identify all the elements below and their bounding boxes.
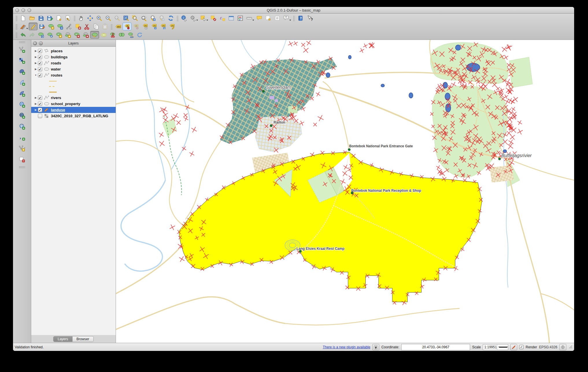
help-button[interactable]: ?: [296, 14, 305, 22]
layer-visibility-checkbox[interactable]: ✓: [38, 73, 42, 77]
add-wfs-layer-button[interactable]: [17, 122, 27, 131]
pin-labels-button[interactable]: ab: [123, 23, 132, 30]
node-tool-button[interactable]: [64, 23, 73, 30]
redo-button[interactable]: [27, 31, 36, 39]
new-shapefile-layer-button[interactable]: [17, 144, 27, 153]
undo-button[interactable]: [19, 31, 27, 39]
save-project-button[interactable]: [36, 14, 45, 22]
current-edits-button[interactable]: [19, 23, 27, 30]
deselect-all-button[interactable]: [209, 14, 218, 22]
toolbar-grip[interactable]: [15, 32, 17, 38]
layer-visibility-checkbox[interactable]: ✓: [38, 67, 42, 71]
layer-item-routes[interactable]: ▼✓routes: [31, 72, 116, 78]
coordinate-input[interactable]: [401, 344, 470, 350]
add-delimited-text-layer-button[interactable]: ,: [17, 133, 27, 142]
rotate-point-symbols-button[interactable]: [135, 31, 144, 39]
layer-item-buildings[interactable]: ▶✓buildings: [31, 54, 116, 60]
map-canvas[interactable]: SwellendamRailtonBontebok National Park …: [116, 40, 574, 343]
toolbar-grip[interactable]: [15, 15, 17, 21]
save-project-as-button[interactable]: [45, 14, 54, 22]
copy-features-button[interactable]: [91, 23, 100, 30]
new-project-button[interactable]: [19, 14, 27, 22]
select-by-expression-button[interactable]: ε: [218, 14, 227, 22]
expander-icon[interactable]: ▼: [34, 74, 38, 77]
crs-status-button[interactable]: [559, 344, 566, 350]
unpin-labels-button[interactable]: ab: [132, 23, 140, 30]
zoom-next-button[interactable]: [157, 14, 166, 22]
add-spatialite-layer-button[interactable]: [17, 78, 27, 87]
show-hide-labels-button[interactable]: abc: [140, 23, 149, 30]
add-raster-layer-button[interactable]: [17, 56, 27, 65]
layer-visibility-checkbox[interactable]: ✓: [38, 102, 42, 106]
layer-visibility-checkbox[interactable]: ✓: [38, 108, 42, 112]
run-feature-action-dropdown[interactable]: [196, 20, 198, 21]
measure-button[interactable]: [245, 14, 254, 22]
layer-visibility-checkbox[interactable]: ✓: [38, 96, 42, 100]
labeling-button[interactable]: abc: [114, 23, 123, 30]
toolbar-grip[interactable]: [293, 15, 295, 21]
layer-visibility-checkbox[interactable]: [38, 114, 42, 118]
expander-icon[interactable]: ▶: [34, 62, 38, 64]
paste-features-button[interactable]: [100, 23, 109, 30]
toolbar-grip[interactable]: [19, 41, 25, 43]
layer-item-roads[interactable]: ▶✓roads: [31, 60, 116, 66]
plugin-available-link[interactable]: There is a new plugin available: [323, 345, 370, 349]
tab-browser[interactable]: Browser: [73, 336, 94, 342]
move-feature-button[interactable]: [56, 23, 64, 30]
run-feature-action-button[interactable]: [188, 14, 197, 22]
current-edits-dropdown[interactable]: [26, 28, 28, 29]
toolbar-grip[interactable]: [110, 24, 112, 29]
reshape-features-button[interactable]: [90, 31, 99, 39]
plugin-button[interactable]: [372, 344, 379, 350]
layer-item-rivers[interactable]: ▶✓rivers: [31, 95, 116, 101]
add-feature-button[interactable]: [47, 23, 56, 30]
show-bookmarks-button[interactable]: [273, 14, 282, 22]
new-bookmark-button[interactable]: [264, 14, 273, 22]
layer-visibility-checkbox[interactable]: ✓: [38, 55, 42, 59]
open-attribute-table-button[interactable]: [227, 14, 236, 22]
pan-map-button[interactable]: [77, 14, 86, 22]
pan-to-selection-button[interactable]: [86, 14, 95, 22]
delete-ring-button[interactable]: [72, 31, 81, 39]
measure-dropdown[interactable]: [252, 20, 254, 21]
layer-item-landuse[interactable]: ▶✓landuse: [31, 107, 116, 113]
zoom-full-button[interactable]: [121, 14, 130, 22]
expander-icon[interactable]: ▶: [34, 103, 38, 105]
label-properties-button[interactable]: abc: [167, 23, 176, 30]
merge-features-button[interactable]: [117, 31, 126, 39]
toolbar-grip[interactable]: [15, 24, 17, 29]
remove-layer-button[interactable]: [17, 155, 27, 164]
add-wms-layer-button[interactable]: [17, 100, 27, 109]
delete-part-button[interactable]: [81, 31, 90, 39]
expander-icon[interactable]: ▶: [34, 96, 38, 99]
layer-visibility-checkbox[interactable]: ✓: [38, 49, 42, 53]
zoom-to-selection-button[interactable]: [130, 14, 139, 22]
whats-this-button[interactable]: ?: [305, 14, 314, 22]
layer-visibility-checkbox[interactable]: ✓: [38, 61, 42, 65]
toggle-editing-button[interactable]: [29, 23, 38, 30]
move-label-button[interactable]: abc: [149, 23, 158, 30]
text-annotation-button[interactable]: T: [282, 14, 291, 22]
expander-icon[interactable]: ▶: [34, 109, 38, 111]
open-project-button[interactable]: [27, 14, 36, 22]
zoom-out-button[interactable]: [103, 14, 112, 22]
add-ring-button[interactable]: [54, 31, 63, 39]
toolbar-grip[interactable]: [19, 166, 25, 168]
map-tips-button[interactable]: [255, 14, 264, 22]
save-layer-edits-button[interactable]: [38, 23, 47, 30]
expander-icon[interactable]: ▶: [34, 50, 38, 52]
add-postgis-layer-button[interactable]: [17, 67, 27, 76]
render-checkbox[interactable]: ✓: [519, 345, 524, 349]
delete-selected-button[interactable]: [73, 23, 82, 30]
composer-manager-button[interactable]: [63, 14, 72, 22]
annotation-dropdown[interactable]: [289, 20, 291, 21]
select-features-dropdown[interactable]: [206, 20, 208, 21]
zoom-native-button[interactable]: 1:1: [112, 14, 121, 22]
layer-item-places[interactable]: ▶✓places: [31, 48, 116, 54]
zoom-to-layer-button[interactable]: [139, 14, 148, 22]
zoom-last-button[interactable]: [148, 14, 157, 22]
cut-features-button[interactable]: [82, 23, 91, 30]
offset-curve-button[interactable]: [99, 31, 108, 39]
toolbar-grip[interactable]: [176, 15, 178, 21]
add-vector-layer-button[interactable]: [17, 45, 27, 54]
